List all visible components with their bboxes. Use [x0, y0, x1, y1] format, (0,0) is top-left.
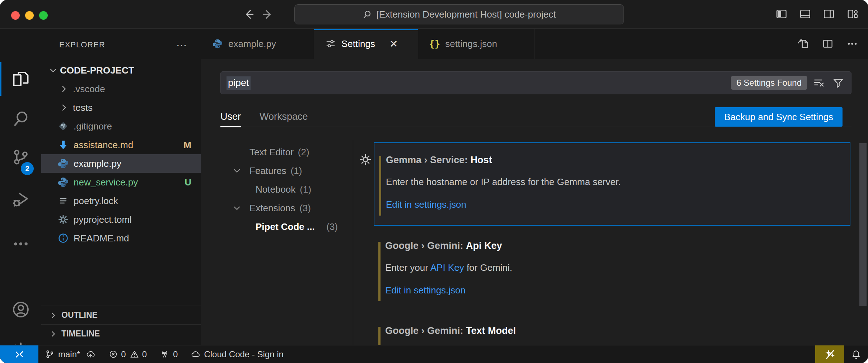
ports-item[interactable]: 0	[160, 349, 178, 359]
status-bar: main* 0 0 0 Cloud Code - Sign in	[0, 345, 868, 363]
activity-run-debug[interactable]	[0, 180, 41, 218]
tree-item-assistance-md[interactable]: assistance.md M	[41, 136, 201, 154]
problems-item[interactable]: 0 0	[108, 349, 147, 359]
titlebar: [Extension Development Host] code-projec…	[0, 0, 868, 29]
cloud-icon	[191, 349, 200, 359]
minimize-window-button[interactable]	[25, 11, 34, 20]
activity-source-control[interactable]	[0, 138, 41, 176]
scope-tab-user[interactable]: User	[220, 107, 241, 127]
tab-strip: example.py Settings ✕ {} settings.json	[201, 29, 868, 59]
settings-editor: pipet 6 Settings Found User Workspace Ba…	[201, 59, 868, 345]
radio-tower-icon	[160, 349, 169, 359]
toc-pipet-code[interactable]: Pipet Code ... (3)	[201, 217, 353, 236]
settings-list: Gemma › Service: Host Enter the hostname…	[353, 140, 868, 345]
toc-features[interactable]: Features (1)	[201, 161, 353, 180]
tree-root-code-project[interactable]: CODE-PROJECT	[41, 61, 201, 80]
cloud-upload-icon	[86, 349, 95, 359]
git-branch-item[interactable]: main*	[45, 349, 95, 359]
gear-file-icon	[57, 213, 69, 226]
tree-item-poetry-lock[interactable]: poetry.lock	[41, 192, 201, 210]
arrow-left-icon	[243, 8, 255, 20]
tree-item-gitignore[interactable]: .gitignore	[41, 117, 201, 136]
explorer-title: EXPLORER	[59, 40, 105, 50]
tree-item-vscode[interactable]: .vscode	[41, 80, 201, 98]
ellipsis-icon	[11, 235, 30, 253]
error-icon	[108, 349, 118, 359]
editor-more-actions-button[interactable]	[845, 37, 859, 51]
customize-layout-button[interactable]	[845, 6, 860, 22]
remote-icon	[14, 349, 25, 360]
setting-gemma-service-host[interactable]: Gemma › Service: Host Enter the hostname…	[374, 142, 850, 226]
backup-sync-settings-button[interactable]: Backup and Sync Settings	[715, 107, 843, 127]
timeline-section-header[interactable]: TIMELINE	[41, 324, 201, 343]
text-lines-icon	[57, 195, 69, 207]
modified-indicator	[378, 242, 381, 301]
sparkle-off-icon	[824, 348, 836, 360]
tab-settings-json[interactable]: {} settings.json	[418, 29, 535, 59]
explorer-more-actions-button[interactable]: ⋯	[176, 39, 188, 51]
tree-item-new-service-py[interactable]: new_service.py U	[41, 173, 201, 192]
zoom-window-button[interactable]	[39, 11, 48, 20]
remote-indicator[interactable]	[0, 345, 38, 363]
toggle-primary-sidebar-button[interactable]	[774, 6, 789, 22]
activity-explorer[interactable]	[0, 60, 41, 98]
git-modified-badge: M	[183, 140, 191, 151]
scope-tab-workspace[interactable]: Workspace	[260, 107, 308, 127]
tree-item-readme-md[interactable]: README.md	[41, 229, 201, 248]
filter-settings-button[interactable]	[830, 75, 846, 91]
python-icon	[57, 157, 69, 170]
activity-accounts[interactable]	[0, 291, 41, 328]
bell-icon	[851, 349, 862, 360]
search-icon	[11, 109, 30, 128]
activity-search[interactable]	[0, 100, 41, 137]
setting-row-gear-icon[interactable]	[359, 153, 372, 168]
toggle-secondary-sidebar-button[interactable]	[821, 6, 836, 22]
settings-found-badge: 6 Settings Found	[731, 76, 807, 90]
copilot-disabled-item[interactable]	[815, 345, 844, 363]
tree-item-example-py[interactable]: example.py	[41, 154, 201, 173]
settings-search-input[interactable]: pipet 6 Settings Found	[220, 71, 851, 94]
explorer-sidebar: EXPLORER ⋯ CODE-PROJECT .vscode tests .g…	[41, 29, 201, 345]
command-center-search[interactable]: [Extension Development Host] code-projec…	[294, 4, 624, 24]
ellipsis-icon	[846, 38, 858, 50]
toc-text-editor[interactable]: Text Editor (2)	[201, 143, 353, 161]
toggle-panel-button[interactable]	[798, 6, 813, 22]
branch-icon	[45, 349, 55, 359]
close-window-button[interactable]	[11, 11, 20, 20]
json-braces-icon: {}	[429, 38, 440, 49]
navigate-forward-button[interactable]	[260, 6, 276, 22]
settings-sliders-icon	[325, 38, 336, 50]
panel-bottom-icon	[799, 8, 811, 20]
funnel-icon	[832, 77, 844, 89]
account-icon	[11, 300, 30, 319]
setting-gemini-text-model[interactable]: Google › Gemini: Text Model	[374, 314, 850, 345]
scm-badge: 2	[21, 162, 34, 175]
toc-extensions[interactable]: Extensions (3)	[201, 199, 353, 217]
navigate-back-button[interactable]	[241, 6, 257, 22]
tree-item-tests[interactable]: tests	[41, 98, 201, 117]
settings-scrollbar[interactable]	[859, 143, 867, 306]
notifications-bell-button[interactable]	[844, 345, 868, 363]
tab-settings[interactable]: Settings ✕	[314, 29, 418, 59]
setting-gemini-api-key[interactable]: Google › Gemini: Api Key Enter your API …	[374, 229, 850, 315]
outline-section-header[interactable]: OUTLINE	[41, 306, 201, 324]
chevron-down-icon	[232, 166, 242, 175]
clear-search-filters-button[interactable]	[811, 75, 827, 91]
open-settings-json-button[interactable]	[796, 37, 811, 51]
toc-notebook[interactable]: Notebook (1)	[201, 180, 353, 199]
tab-example-py[interactable]: example.py	[201, 29, 314, 59]
editor-area: example.py Settings ✕ {} settings.json	[201, 29, 868, 345]
close-tab-button[interactable]: ✕	[389, 38, 398, 50]
modified-indicator	[379, 156, 381, 216]
split-editor-icon	[822, 38, 834, 50]
split-editor-button[interactable]	[821, 37, 835, 51]
api-key-link[interactable]: API Key	[430, 262, 464, 273]
edit-in-settings-json-link[interactable]: Edit in settings.json	[386, 199, 466, 210]
activity-more[interactable]	[0, 225, 41, 263]
cloud-code-signin-item[interactable]: Cloud Code - Sign in	[191, 349, 283, 359]
edit-in-settings-json-link[interactable]: Edit in settings.json	[385, 285, 466, 296]
chevron-right-icon	[48, 330, 59, 338]
search-icon	[362, 10, 372, 19]
panel-right-icon	[823, 8, 835, 20]
tree-item-pyproject-toml[interactable]: pyproject.toml	[41, 210, 201, 229]
